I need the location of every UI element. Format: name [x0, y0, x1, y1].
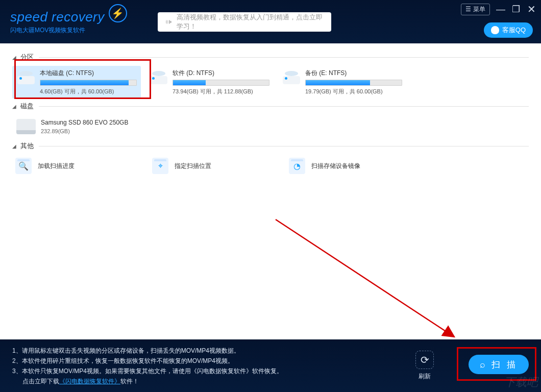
- usage-bar: [40, 80, 137, 86]
- partition-card[interactable]: 本地磁盘 (C: NTFS) 4.60(GB) 可用，共 60.00(GB): [12, 66, 141, 99]
- drive-icon: [16, 71, 36, 86]
- maximize-button[interactable]: ❐: [511, 4, 521, 15]
- partition-card[interactable]: 软件 (D: NTFS) 73.94(GB) 可用，共 112.88(GB): [145, 66, 274, 99]
- section-title: 分区: [20, 53, 34, 62]
- section-title: 其他: [20, 141, 34, 151]
- scan-label: 扫 描: [491, 359, 518, 371]
- other-action[interactable]: 🔍 加载扫描进度: [12, 155, 145, 177]
- download-link[interactable]: 《闪电数据恢复软件》: [59, 378, 120, 385]
- chevron-down-icon: ◢: [12, 143, 16, 149]
- footer: 1、请用鼠标左键双击丢失视频的分区或存储设备，扫描丢失的MOV/MP4视频数据。…: [0, 339, 541, 392]
- drive-icon: [149, 71, 168, 86]
- menu-icon: ☰: [465, 6, 471, 13]
- target-icon: ⌖: [152, 158, 168, 174]
- tips: 1、请用鼠标左键双击丢失视频的分区或存储设备，扫描丢失的MOV/MP4视频数据。…: [12, 346, 283, 386]
- scan-button[interactable]: ⌕ 扫 描: [469, 355, 529, 374]
- window-controls: ☰ 菜单 — ❐ ✕: [461, 3, 536, 15]
- menu-button[interactable]: ☰ 菜单: [461, 4, 490, 15]
- drive-icon: [282, 71, 301, 86]
- other-label: 指定扫描位置: [175, 162, 211, 170]
- section-title: 磁盘: [20, 102, 34, 111]
- drive-name: 本地磁盘 (C: NTFS): [40, 69, 137, 78]
- usage-bar: [173, 80, 269, 86]
- drive-stats: 73.94(GB) 可用，共 112.88(GB): [173, 88, 269, 95]
- tip-line: 1、请用鼠标左键双击丢失视频的分区或存储设备，扫描丢失的MOV/MP4视频数据。: [12, 346, 283, 356]
- tip-line: 3、本软件只恢复MOV/MP4视频。如果需要恢复其他文件，请使用《闪电数据恢复软…: [12, 366, 283, 376]
- disks-row: Samsung SSD 860 EVO 250GB232.89(GB): [12, 115, 529, 138]
- disk-card[interactable]: Samsung SSD 860 EVO 250GB232.89(GB): [12, 115, 145, 138]
- section-header[interactable]: ◢ 其他: [12, 141, 529, 151]
- disks-section: ◢ 磁盘 Samsung SSD 860 EVO 250GB232.89(GB): [12, 102, 529, 138]
- refresh-label: 刷新: [419, 372, 431, 381]
- drive-name: 软件 (D: NTFS): [173, 69, 269, 78]
- partition-card[interactable]: 备份 (E: NTFS) 19.79(GB) 可用，共 60.00(GB): [278, 66, 406, 99]
- disk-name: Samsung SSD 860 EVO 250GB: [41, 119, 128, 126]
- qq-support-button[interactable]: 客服QQ: [484, 22, 533, 38]
- tip-line: 2、本软件使用碎片重组技术，恢复一般数据恢复软件不能恢复的MOV/MP4视频。: [12, 356, 283, 366]
- others-section: ◢ 其他 🔍 加载扫描进度⌖ 指定扫描位置◔ 扫描存储设备镜像: [12, 141, 529, 177]
- section-header[interactable]: ◢ 磁盘: [12, 102, 529, 111]
- qq-icon: [491, 26, 499, 34]
- disk-icon: [16, 119, 36, 134]
- disk-size: 232.89(GB): [41, 128, 128, 134]
- menu-label: 菜单: [473, 5, 485, 14]
- speaker-icon: 🕪: [165, 18, 171, 26]
- section-header[interactable]: ◢ 分区: [12, 53, 529, 62]
- partitions-section: ◢ 分区 本地磁盘 (C: NTFS) 4.60(GB) 可用，共 60.00(…: [12, 53, 529, 99]
- other-action[interactable]: ◔ 扫描存储设备镜像: [286, 155, 419, 177]
- usage-bar: [305, 80, 402, 86]
- partitions-row: 本地磁盘 (C: NTFS) 4.60(GB) 可用，共 60.00(GB) 软…: [12, 66, 529, 99]
- minimize-button[interactable]: —: [496, 4, 505, 15]
- other-label: 加载扫描进度: [38, 162, 75, 170]
- drive-stats: 4.60(GB) 可用，共 60.00(GB): [40, 88, 137, 95]
- logo-text: speed recovery: [10, 9, 105, 25]
- bolt-icon: ⚡: [109, 4, 127, 22]
- hint-text: 高清视频教程，数据恢复从入门到精通，点击立即学习！: [177, 13, 324, 31]
- other-label: 扫描存储设备镜像: [311, 162, 360, 170]
- disc-icon: ◔: [289, 158, 305, 174]
- drive-name: 备份 (E: NTFS): [305, 69, 402, 78]
- other-action[interactable]: ⌖ 指定扫描位置: [149, 155, 282, 177]
- main-content: ◢ 分区 本地磁盘 (C: NTFS) 4.60(GB) 可用，共 60.00(…: [0, 43, 541, 339]
- refresh-button[interactable]: ⟳ 刷新: [415, 351, 434, 381]
- drive-stats: 19.79(GB) 可用，共 60.00(GB): [305, 88, 402, 95]
- chevron-down-icon: ◢: [12, 55, 16, 60]
- others-row: 🔍 加载扫描进度⌖ 指定扫描位置◔ 扫描存储设备镜像: [12, 155, 529, 177]
- tutorial-hint[interactable]: 🕪 高清视频教程，数据恢复从入门到精通，点击立即学习！: [158, 12, 331, 32]
- search-icon: ⌕: [480, 359, 487, 370]
- logo: speed recovery 闪电大疆MOV视频恢复软件: [10, 9, 105, 35]
- qq-label: 客服QQ: [502, 26, 526, 35]
- chevron-down-icon: ◢: [12, 104, 16, 109]
- refresh-icon: ⟳: [415, 351, 434, 369]
- title-bar: speed recovery 闪电大疆MOV视频恢复软件 ⚡ 🕪 高清视频教程，…: [0, 0, 541, 43]
- tip-download: 点击立即下载《闪电数据恢复软件》软件！: [12, 376, 283, 386]
- close-button[interactable]: ✕: [527, 3, 536, 15]
- logo-subtitle: 闪电大疆MOV视频恢复软件: [10, 26, 105, 35]
- search-icon: 🔍: [15, 158, 32, 174]
